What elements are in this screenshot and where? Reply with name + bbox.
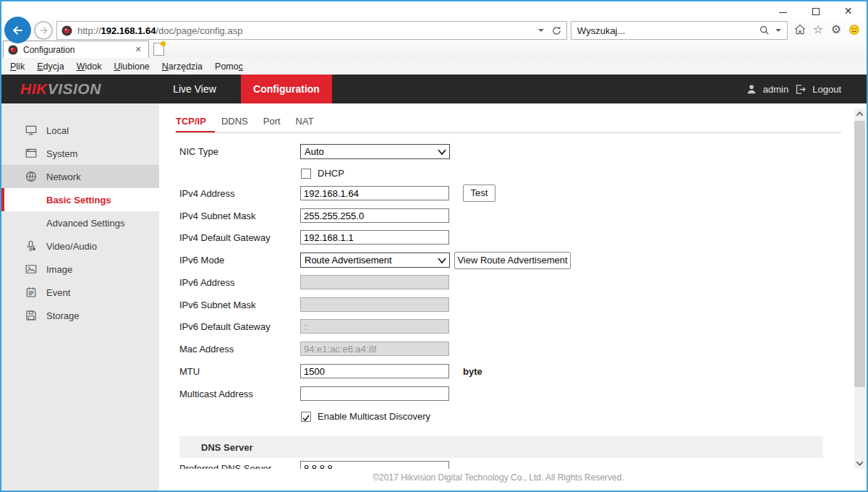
sidebar-item-image[interactable]: Image	[1, 258, 159, 281]
maximize-icon	[812, 8, 820, 15]
form-row-multicast-address: Multicast Address	[159, 386, 823, 405]
site-favicon	[61, 25, 72, 36]
sidebar-item-local[interactable]: Local	[1, 119, 159, 142]
close-button[interactable]: ✕	[832, 1, 864, 20]
sidebar-item-network[interactable]: Network	[1, 165, 159, 188]
test-button[interactable]: Test	[463, 184, 495, 202]
gear-icon[interactable]: ⚙	[830, 23, 843, 36]
page-content: Local System Network Basic Settings Adva…	[1, 103, 867, 491]
form-row-preferred-dns: Preferred DNS Server	[159, 461, 823, 469]
maximize-button[interactable]	[799, 1, 832, 20]
logout-button[interactable]: Logout	[794, 83, 841, 96]
menu-item-pomoc[interactable]: Pomoc	[215, 62, 243, 72]
mtu-input[interactable]	[300, 364, 449, 378]
back-button[interactable]	[4, 17, 31, 43]
address-bar-row: http://192.168.1.64/doc/page/config.asp …	[1, 20, 867, 41]
field-label: MTU	[179, 366, 200, 377]
dhcp-checkbox[interactable]	[301, 169, 311, 179]
sidebar-item-label: Advanced Settings	[46, 218, 124, 229]
tab-title: Configuration	[23, 45, 75, 55]
tab-strip: Configuration ✕	[1, 41, 867, 58]
user-area: admin Logout	[746, 75, 841, 103]
dhcp-label: DHCP	[318, 168, 344, 179]
vertical-scrollbar[interactable]	[854, 109, 865, 469]
favorites-star-icon[interactable]: ☆	[812, 23, 825, 36]
sidebar-item-label: Basic Settings	[46, 195, 111, 205]
sidebar-item-label: Image	[46, 264, 72, 275]
field-label: IPv4 Address	[179, 188, 235, 199]
form-row-multicast-discovery: Enable Multicast Discovery	[159, 410, 823, 429]
scroll-down-icon[interactable]	[854, 458, 865, 469]
smiley-feedback-icon[interactable]	[848, 23, 861, 36]
sidebar-item-label: Network	[46, 171, 81, 182]
search-placeholder: Wyszukaj...	[577, 25, 625, 36]
ipv4-gateway-input[interactable]	[300, 230, 449, 245]
sidebar-item-label: Storage	[46, 310, 80, 321]
mtu-unit-label: byte	[463, 366, 482, 377]
nav-configuration[interactable]: Configuration	[241, 75, 332, 103]
tab-port[interactable]: Port	[263, 116, 281, 127]
refresh-icon[interactable]	[551, 25, 562, 36]
form-row-ipv6-gateway: IPv6 Default Gateway	[159, 319, 823, 338]
tabs-divider	[176, 132, 841, 133]
tab-ddns[interactable]: DDNS	[221, 116, 248, 127]
multicast-discovery-checkbox[interactable]	[301, 412, 311, 422]
menu-item-edycja[interactable]: Edycja	[37, 62, 64, 72]
sidebar-item-video-audio[interactable]: Video/Audio	[1, 234, 159, 258]
search-icon[interactable]	[759, 25, 770, 36]
sidebar-item-storage[interactable]: Storage	[1, 304, 159, 327]
search-input[interactable]: Wyszukaj...	[571, 21, 788, 40]
user-icon	[746, 83, 757, 95]
preferred-dns-input[interactable]	[300, 461, 449, 469]
sidebar-item-event[interactable]: Event	[1, 281, 159, 304]
nic-type-select[interactable]: Auto	[300, 144, 450, 159]
dns-section-title: DNS Server	[201, 442, 253, 453]
menu-item-ulubione[interactable]: Ulubione	[114, 62, 149, 72]
dns-server-section-header: DNS Server	[179, 436, 823, 458]
tab-tcpip[interactable]: TCP/IP	[176, 116, 206, 127]
menu-item-narzedzia[interactable]: Narzędzia	[162, 62, 203, 72]
settings-tabs: TCP/IP DDNS Port NAT	[176, 116, 314, 127]
forward-button[interactable]	[34, 21, 53, 40]
scroll-up-icon[interactable]	[854, 109, 865, 119]
url-field[interactable]: http://192.168.1.64/doc/page/config.asp	[56, 21, 567, 40]
menu-bar: Plik Edycja Widok Ulubione Narzędzia Pom…	[1, 58, 867, 75]
browser-window: ✕ http://192.168.1.64/doc/page/config.as…	[0, 0, 868, 492]
window-icon	[25, 147, 38, 160]
sidebar-item-advanced-settings[interactable]: Advanced Settings	[1, 211, 159, 234]
floppy-icon	[25, 309, 38, 322]
ipv6-mode-select[interactable]: Route Advertisement	[300, 253, 450, 268]
search-dropdown-icon[interactable]	[775, 29, 781, 32]
ipv4-address-input[interactable]	[300, 186, 449, 200]
chevron-down-icon	[437, 148, 447, 156]
field-label: IPv4 Default Gateway	[179, 232, 271, 243]
menu-item-widok[interactable]: Widok	[77, 62, 102, 72]
browser-tab-configuration[interactable]: Configuration ✕	[3, 41, 149, 58]
logout-icon	[794, 83, 807, 96]
field-label: Multicast Address	[179, 389, 253, 399]
picture-icon	[25, 263, 38, 276]
url-dropdown-icon[interactable]	[538, 29, 544, 32]
home-icon[interactable]	[793, 23, 807, 36]
new-tab-button[interactable]	[153, 43, 164, 56]
nav-live-view[interactable]: Live View	[162, 75, 227, 103]
copyright-footer: ©2017 Hikvision Digital Technology Co., …	[159, 472, 838, 483]
select-value: Route Advertisement	[305, 255, 392, 266]
form-row-dhcp: DHCP	[159, 167, 823, 186]
sidebar-item-system[interactable]: System	[1, 142, 159, 165]
field-label: IPv6 Subnet Mask	[179, 300, 256, 310]
ipv6-subnet-input	[300, 297, 449, 312]
title-bar: ✕	[1, 1, 867, 20]
sidebar: Local System Network Basic Settings Adva…	[1, 103, 159, 491]
tab-close-icon[interactable]: ✕	[132, 45, 144, 54]
tab-nat[interactable]: NAT	[296, 116, 314, 127]
multicast-address-input[interactable]	[300, 386, 449, 401]
sidebar-item-label: Local	[46, 125, 69, 136]
field-label: Preferred DNS Server	[179, 463, 271, 469]
menu-item-plik[interactable]: Plik	[10, 62, 25, 72]
sidebar-item-basic-settings[interactable]: Basic Settings	[1, 188, 159, 211]
view-route-advertisement-button[interactable]: View Route Advertisement	[454, 252, 571, 269]
ipv4-subnet-input[interactable]	[300, 208, 449, 223]
minimize-button[interactable]	[767, 1, 799, 20]
scrollbar-thumb[interactable]	[854, 121, 865, 387]
